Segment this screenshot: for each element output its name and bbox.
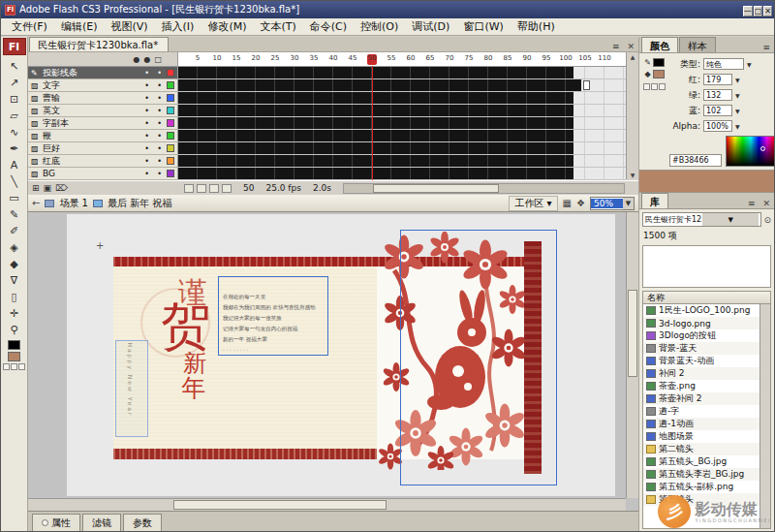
selection-box-side[interactable] [115,340,148,437]
layer-frames[interactable] [178,130,626,142]
menu-item[interactable]: 视图(V) [104,18,154,35]
timeline-ruler[interactable]: 5101520253035404550556065707580859095100… [178,52,626,67]
panel-close-icon[interactable]: ✕ [759,199,774,208]
chevron-down-icon[interactable]: ▼ [702,213,760,226]
stroke-color-chip[interactable] [8,340,20,350]
menu-item[interactable]: 窗口(W) [456,18,510,35]
menu-item[interactable]: 帮助(H) [511,18,562,35]
slider-icon[interactable]: ▼ [735,108,740,114]
gradient-transform-tool-icon[interactable]: ▱ [4,108,25,124]
library-item[interactable]: 地图场景 [643,430,770,443]
menu-item[interactable]: 命令(C) [303,18,354,35]
menu-item[interactable]: 控制(O) [354,18,405,35]
close-button[interactable]: ✕ [763,6,772,16]
edit-multiple-frames-icon[interactable] [222,184,232,193]
line-tool-icon[interactable]: ╲ [4,173,25,190]
zoom-input[interactable]: 50% ▼ [590,197,635,210]
default-colors-button[interactable] [3,363,10,370]
swap-colors-button[interactable] [18,363,25,370]
zoom-dropdown-icon[interactable]: ▼ [623,198,634,209]
layer-lock-dot[interactable]: • [154,144,165,153]
eraser-tool-icon[interactable]: ▯ [4,289,25,305]
timeline-menu-icon[interactable]: ≡ [608,42,624,51]
layer-outline-color[interactable] [167,119,174,127]
menu-item[interactable]: 文件(F) [5,18,54,35]
layer-outline-color[interactable] [167,157,174,165]
library-item[interactable]: 背景-蓝天 [643,342,770,355]
add-folder-button[interactable]: ▣ [44,183,52,193]
paint-bucket-tool-icon[interactable]: ◆ [4,256,25,272]
layer-visibility-dot[interactable]: • [141,132,152,141]
library-item[interactable]: 3d-logo.png [643,317,770,329]
timeline-vertical-scrollbar[interactable]: ▲ ▼ [626,52,638,179]
layer-outline-color[interactable] [167,69,174,77]
menu-item[interactable]: 插入(I) [155,18,202,35]
library-item[interactable]: 茶壶补间 2 [643,392,770,405]
scrollbar-thumb[interactable] [628,290,637,377]
library-item[interactable]: 遒-1动画 [643,418,770,430]
scroll-down-icon[interactable]: ▼ [631,172,636,178]
layer-frames[interactable] [178,92,626,105]
scrollbar-thumb[interactable] [373,184,499,193]
layer-outline-color[interactable] [167,144,174,152]
layer-lock-dot[interactable]: • [154,170,165,178]
minimize-button[interactable]: — [743,6,753,16]
canvas-horizontal-scrollbar[interactable] [28,498,626,511]
menu-item[interactable]: 修改(M) [201,18,253,35]
library-name-column-header[interactable]: 名称 [642,291,771,304]
layer-outline-color[interactable] [167,170,174,177]
tab-library[interactable]: 库 [641,193,668,208]
library-item[interactable]: 第五镜头李岩_BG.jpg [643,468,770,481]
layer-lock-dot[interactable]: • [154,157,165,166]
library-item[interactable]: 1民生-LOGO_100.png [643,304,770,317]
layer-visibility-dot[interactable]: • [141,119,152,128]
layer-frames[interactable] [178,79,626,92]
layer-visibility-dot[interactable]: • [141,81,152,90]
delete-layer-button[interactable]: ⌦ [55,183,68,193]
layer-outline-color[interactable] [167,94,174,102]
layer-lock-dot[interactable]: • [154,94,165,103]
rectangle-tool-icon[interactable]: ▭ [4,190,25,206]
maximize-button[interactable]: □ [754,6,763,16]
pin-icon[interactable]: ⊙ [763,215,771,225]
stroke-color-chip[interactable] [653,58,665,67]
library-item[interactable]: 第五镜头-副标.png [643,481,770,493]
timeline-layer-row[interactable]: ▨巨好•• [28,142,638,155]
zoom-value[interactable]: 50% [591,199,623,208]
scroll-up-icon[interactable]: ▲ [631,53,636,60]
selection-box-poem[interactable] [218,276,328,356]
layer-lock-dot[interactable]: • [154,119,165,128]
timeline-horizontal-scrollbar[interactable] [343,183,625,194]
layer-lock-dot[interactable]: • [154,69,165,78]
visibility-column-icon[interactable]: ● [133,55,140,64]
layer-frames[interactable] [178,168,626,180]
calligraphy-text[interactable]: 谨贺新年 [152,278,220,401]
layer-visibility-dot[interactable]: • [141,170,152,178]
center-frame-icon[interactable] [184,184,194,193]
fill-color-chip[interactable] [653,70,665,78]
document-tab[interactable]: 民生银行贺卡1230bka.fla* [29,37,169,51]
eyedropper-tool-icon[interactable]: ∇ [4,272,25,289]
panel-menu-icon[interactable]: ≡ [759,43,774,52]
panel-menu-icon[interactable]: ≡ [744,199,760,208]
brush-tool-icon[interactable]: ✐ [4,223,25,239]
library-item[interactable]: 补间 2 [643,367,770,380]
layer-frames[interactable] [178,142,626,155]
layer-lock-dot[interactable]: • [154,132,165,141]
outline-column-icon[interactable]: □ [154,55,162,64]
green-input[interactable]: 132 [703,89,732,101]
timeline-layer-row[interactable]: ✎投影线条•• [28,67,638,79]
greeting-card-artwork[interactable]: 谨贺新年 Happy New Year 在相处的每一天里我都在为我们周围的 欢快… [113,257,542,462]
subselection-tool-icon[interactable]: ↗ [4,75,25,91]
slider-icon[interactable]: ▼ [735,92,740,99]
library-item[interactable]: 背景蓝天-动画 [643,355,770,367]
slider-icon[interactable]: ▼ [735,123,740,130]
menu-item[interactable]: 编辑(E) [54,18,105,35]
library-document-select[interactable]: 民生银行贺卡1230bka.fl ▼ [642,212,761,227]
scene-breadcrumb[interactable]: 场景 1 [59,197,88,210]
tab-properties[interactable]: 属性 [32,514,80,531]
tab-parameters[interactable]: 参数 [123,514,162,531]
edit-scene-icon[interactable]: ▦ [563,198,572,208]
free-transform-tool-icon[interactable]: ⊡ [4,91,25,108]
swap-colors-button[interactable] [659,83,666,90]
